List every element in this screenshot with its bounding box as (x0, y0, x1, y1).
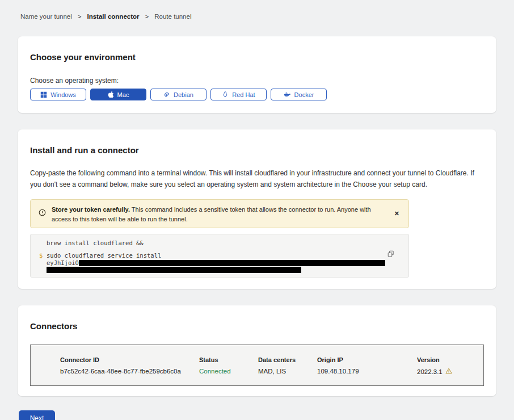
table-row: b7c52c42-6caa-48ee-8c77-fbe259cb6c0a Con… (60, 368, 483, 375)
os-button-redhat[interactable]: Red Hat (210, 89, 267, 100)
debian-icon (163, 91, 170, 98)
os-button-label: Red Hat (232, 91, 255, 98)
os-button-group: Windows Mac Debian Red Hat (30, 89, 484, 100)
os-button-label: Windows (50, 91, 76, 98)
version-text: 2022.3.1 (417, 368, 443, 375)
os-button-windows[interactable]: Windows (30, 89, 86, 100)
code-text: brew install cloudflared && (47, 240, 144, 247)
table-header-row: Connector ID Status Data centers Origin … (60, 356, 483, 363)
header-connector-id: Connector ID (60, 356, 199, 363)
cell-origin-ip: 109.48.10.179 (317, 368, 417, 375)
token-prefix-text: eyJhIjoiO (47, 260, 79, 266)
connectors-card-title: Connectors (30, 321, 484, 331)
token-warning-text: Store your token carefully. This command… (52, 203, 386, 224)
environment-card-title: Choose your environment (30, 52, 484, 62)
prompt-spacer (39, 240, 47, 247)
info-icon (39, 208, 46, 219)
os-button-label: Mac (117, 91, 129, 98)
redhat-icon (222, 91, 229, 98)
code-line-token: eyJhIjoiO (39, 260, 400, 266)
copy-icon[interactable] (386, 249, 396, 261)
os-select-label: Choose an operating system: (30, 77, 484, 85)
wizard-footer: Next (0, 396, 514, 420)
install-description: Copy-paste the following command into a … (30, 167, 481, 190)
apple-icon (108, 91, 114, 98)
next-button[interactable]: Next (19, 410, 55, 420)
cell-version: 2022.3.1 (417, 368, 483, 375)
warning-icon (445, 368, 452, 375)
redacted-token-bar (47, 267, 301, 273)
breadcrumb-step-route-tunnel[interactable]: Route tunnel (154, 13, 191, 20)
install-command-block: brew install cloudflared && $ sudo cloud… (30, 234, 409, 278)
breadcrumb-step-name-tunnel[interactable]: Name your tunnel (20, 13, 72, 20)
header-origin-ip: Origin IP (317, 356, 417, 363)
os-button-label: Docker (294, 91, 314, 98)
breadcrumb-separator: > (145, 13, 149, 20)
shell-prompt: $ (39, 252, 47, 259)
status-badge: Connected (199, 368, 258, 375)
connectors-card: Connectors Connector ID Status Data cent… (18, 305, 496, 396)
install-card-title: Install and run a connector (30, 145, 484, 155)
header-data-centers: Data centers (258, 356, 317, 363)
os-button-docker[interactable]: Docker (271, 89, 327, 100)
breadcrumb: Name your tunnel > Install connector > R… (0, 0, 514, 20)
cell-connector-id: b7c52c42-6caa-48ee-8c77-fbe259cb6c0a (60, 368, 199, 375)
header-status: Status (199, 356, 258, 363)
code-line-brew: brew install cloudflared && (39, 240, 400, 247)
code-text: sudo cloudflared service install (47, 252, 161, 259)
os-button-debian[interactable]: Debian (150, 89, 207, 100)
windows-icon (40, 91, 47, 98)
token-warning-bold: Store your token carefully. (52, 206, 130, 213)
breadcrumb-separator: > (78, 13, 82, 20)
docker-icon (284, 91, 291, 98)
os-button-label: Debian (174, 91, 193, 98)
redacted-token-bar (79, 260, 385, 266)
os-button-mac[interactable]: Mac (90, 89, 146, 100)
install-card: Install and run a connector Copy-paste t… (18, 129, 496, 289)
header-version: Version (417, 356, 483, 363)
wizard-page: Choose your environment Choose an operat… (0, 36, 514, 396)
token-warning-banner: Store your token carefully. This command… (30, 199, 409, 228)
close-icon[interactable]: ✕ (392, 209, 402, 219)
connectors-table: Connector ID Status Data centers Origin … (30, 345, 484, 386)
breadcrumb-step-install-connector[interactable]: Install connector (87, 13, 140, 20)
environment-card: Choose your environment Choose an operat… (18, 36, 496, 113)
code-line-service-install: $ sudo cloudflared service install (39, 252, 400, 259)
code-line-token-2 (39, 267, 400, 273)
cell-data-centers: MAD, LIS (258, 368, 317, 375)
